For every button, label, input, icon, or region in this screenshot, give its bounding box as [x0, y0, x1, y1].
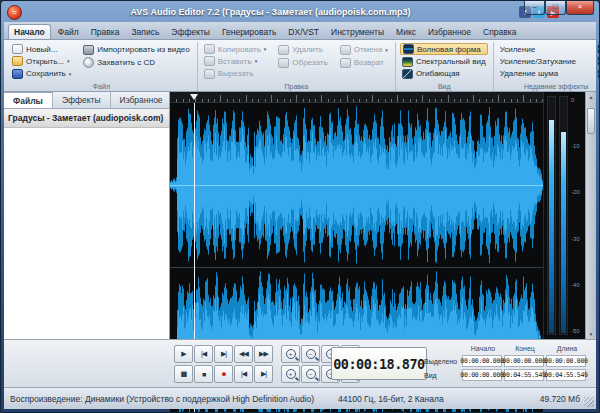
- tab-mix[interactable]: Микс: [391, 25, 421, 39]
- open-button[interactable]: Открыть... ▾: [10, 55, 73, 67]
- effect-fade-button[interactable]: Усиление/Затухание: [498, 55, 600, 67]
- pause-button[interactable]: ▮▮: [174, 365, 193, 383]
- effect-noise-removal-button[interactable]: Удаление шума: [498, 68, 600, 80]
- resize-grip[interactable]: [584, 397, 594, 407]
- rewind-button[interactable]: ◀◀: [234, 345, 253, 363]
- waveform-area: 0:200:401:001:201:402:002:202:403:003:20…: [170, 92, 543, 339]
- title-bar[interactable]: ≈ AVS Audio Editor 7.2 (Градусы - Замета…: [2, 2, 598, 22]
- zoom-in-button[interactable]: +: [281, 345, 300, 363]
- copy-button[interactable]: Копировать ▾: [202, 43, 269, 55]
- minimize-button[interactable]: –: [524, 1, 545, 15]
- vertical-scrollbar[interactable]: ▲ ▼: [585, 92, 596, 339]
- selection-length-field[interactable]: 00:00:00.000: [546, 355, 586, 367]
- selection-end-field[interactable]: 00:00:00.000: [504, 355, 544, 367]
- save-button[interactable]: Сохранить ▾: [10, 68, 73, 80]
- zoom-out-button[interactable]: −: [301, 345, 320, 363]
- effect-amplify-button[interactable]: Усиление: [498, 43, 600, 55]
- meter-scale: 0-10-20-30-40-50: [571, 96, 583, 335]
- undo-button[interactable]: Отмена ▾: [338, 43, 390, 56]
- file-size-text: 49.720 Мб: [540, 394, 580, 404]
- avs-logo-icon: ≈: [7, 5, 22, 20]
- goto-start-button[interactable]: |◀: [194, 345, 213, 363]
- playback-device-text: Воспроизведение: Динамики (Устройство с …: [10, 394, 314, 404]
- tab-dxvst[interactable]: DX/VST: [283, 25, 324, 39]
- paste-icon: [204, 56, 215, 66]
- cut-button[interactable]: Вырезать: [202, 68, 269, 80]
- trim-label: Обрезать: [292, 58, 327, 67]
- view-end-field[interactable]: 00:04:55.549: [504, 369, 544, 381]
- group-label-file: Файл: [6, 83, 197, 90]
- skip-back-button[interactable]: |◀: [234, 365, 253, 383]
- new-button[interactable]: Новый...: [10, 43, 73, 55]
- trim-button[interactable]: Обрезать: [276, 56, 329, 69]
- record-button[interactable]: ●: [214, 365, 233, 383]
- import-video-button[interactable]: Импортировать из видео: [81, 43, 191, 56]
- goto-end-button[interactable]: ▶|: [214, 345, 233, 363]
- capture-cd-button[interactable]: Захватить с CD: [81, 56, 191, 69]
- skip-forward-button[interactable]: ▶|: [254, 365, 273, 383]
- tab-record[interactable]: Запись: [126, 25, 164, 39]
- tab-favorites[interactable]: Избранное: [423, 25, 476, 39]
- chevron-down-icon: ▾: [255, 58, 258, 64]
- tab-home[interactable]: Начало: [8, 24, 51, 39]
- play-button[interactable]: ▶: [174, 345, 193, 363]
- ribbon-group-recent-effects: Усиление Усиление/Затухание Удаление шум…: [494, 42, 600, 91]
- status-bar: Воспроизведение: Динамики (Устройство с …: [4, 387, 596, 409]
- scroll-up-icon[interactable]: ▲: [586, 94, 596, 100]
- panel-tab-effects[interactable]: Эффекты: [53, 92, 111, 108]
- file-list-item[interactable]: Градусы - Заметает (audiopoisk.com): [4, 109, 169, 128]
- view-spectral-button[interactable]: Спектральный вид: [400, 55, 488, 67]
- paste-button[interactable]: Вставить ▾: [202, 55, 269, 67]
- level-meters: 0-10-20-30-40-50: [543, 92, 585, 339]
- save-disk-icon: [12, 69, 23, 79]
- envelope-label: Огибающая: [416, 69, 460, 78]
- vertical-scrollbar-thumb[interactable]: [587, 108, 595, 134]
- paste-label: Вставить: [218, 57, 252, 66]
- tab-help[interactable]: Справка: [478, 25, 521, 39]
- maximize-button[interactable]: □: [545, 1, 566, 15]
- v-zoom-out-button[interactable]: −: [301, 365, 320, 383]
- undo-label: Отмена: [354, 45, 383, 54]
- column-end: Конец: [504, 345, 546, 352]
- window-title: AVS Audio Editor 7.2 (Градусы - Заметает…: [22, 7, 519, 17]
- ruler-ticks: [170, 92, 543, 102]
- app-window: ≈ AVS Audio Editor 7.2 (Градусы - Замета…: [0, 0, 600, 413]
- view-envelope-button[interactable]: Огибающая: [400, 68, 488, 80]
- panel-tab-favorites[interactable]: Избранное: [111, 92, 173, 108]
- spectral-icon: [402, 57, 413, 67]
- envelope-icon: [402, 69, 413, 79]
- meter-right-fill: [561, 132, 566, 333]
- meter-scale-label: -10: [571, 143, 583, 149]
- waveform-icon: [403, 44, 414, 54]
- tab-tools[interactable]: Инструменты: [326, 25, 389, 39]
- timeline-ruler[interactable]: [170, 92, 543, 103]
- stop-button[interactable]: ■: [194, 365, 213, 383]
- tab-effects[interactable]: Эффекты: [166, 25, 215, 39]
- scroll-down-icon[interactable]: ▼: [586, 331, 596, 337]
- view-waveform-button[interactable]: Волновая форма: [400, 43, 488, 55]
- selection-start-field[interactable]: 00:00:00.000: [462, 355, 502, 367]
- chevron-down-icon: ▾: [69, 71, 72, 77]
- tab-generate[interactable]: Генерировать: [217, 25, 281, 39]
- close-button[interactable]: ×: [566, 1, 594, 15]
- view-length-field[interactable]: 00:04:55.549: [546, 369, 586, 381]
- tab-edit[interactable]: Правка: [86, 25, 125, 39]
- file-list[interactable]: Градусы - Заметает (audiopoisk.com): [4, 109, 169, 339]
- delete-button[interactable]: Удалить: [276, 43, 329, 56]
- chevron-down-icon: ▾: [264, 46, 267, 52]
- forward-button[interactable]: ▶▶: [254, 345, 273, 363]
- undo-icon: [340, 45, 351, 55]
- tab-file[interactable]: Файл: [53, 25, 84, 39]
- view-row: Вид 00:00:00.000 00:04:55.549 00:04:55.5…: [424, 368, 590, 382]
- view-start-field[interactable]: 00:00:00.000: [462, 369, 502, 381]
- new-label: Новый...: [26, 45, 57, 54]
- panel-tab-files[interactable]: Файлы: [4, 92, 53, 108]
- redo-icon: [340, 58, 351, 68]
- ribbon-group-view: Волновая форма Спектральный вид Огибающа…: [396, 42, 494, 91]
- cut-label: Вырезать: [218, 69, 254, 78]
- new-file-icon: [12, 44, 23, 54]
- delete-label: Удалить: [292, 45, 323, 54]
- redo-button[interactable]: Возврат: [338, 56, 390, 69]
- v-zoom-in-button[interactable]: +: [281, 365, 300, 383]
- waveform-left-channel[interactable]: [170, 103, 543, 267]
